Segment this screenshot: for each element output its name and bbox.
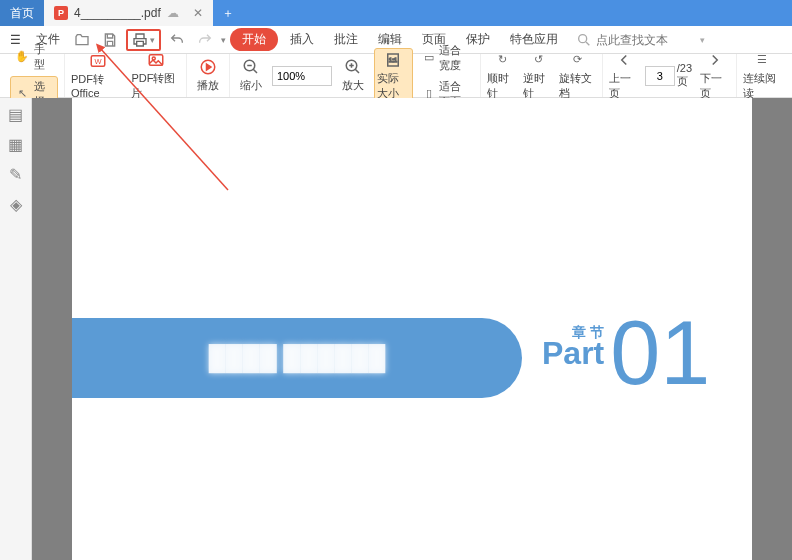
next-icon [706,51,724,69]
dropdown-icon: ▾ [150,35,155,45]
zoom-out-button[interactable]: 缩小 [236,58,266,93]
actual-size-icon: 1:1 [384,51,402,69]
document-canvas[interactable]: ████ ██████ 章 节 Part 01 [32,98,792,560]
continuous-icon: ☰ [753,51,771,69]
save-icon[interactable] [98,29,122,51]
page-total: /23页 [677,62,694,89]
zoom-out-icon [242,58,260,76]
continuous-read-button[interactable]: ☰ 连续阅读 [743,51,782,101]
prev-page-button[interactable]: 上一页 [609,51,639,101]
tab-document-name: 4_________.pdf [74,6,161,20]
hand-tool[interactable]: ✋ 手型 [10,40,58,74]
menu-special[interactable]: 特色应用 [502,31,566,48]
search-input[interactable] [596,33,696,47]
pdf-to-office-button[interactable]: W PDF转Office [71,52,125,99]
svg-point-0 [579,34,587,42]
tab-home[interactable]: 首页 [0,0,44,26]
layers-icon[interactable]: ◈ [6,194,26,214]
undo-icon[interactable] [165,29,189,51]
pdf-page: ████ ██████ 章 节 Part 01 [72,98,752,560]
sidebar: ▤ ▦ ✎ ◈ [0,98,32,560]
page-input[interactable] [645,66,675,86]
part-text: Part [542,335,604,371]
search-icon[interactable] [576,32,592,48]
bookmarks-icon[interactable]: ▦ [6,134,26,154]
svg-text:W: W [95,57,103,66]
zoom-in-button[interactable]: 放大 [338,58,368,93]
open-icon[interactable] [70,29,94,51]
fit-width-button[interactable]: ▭ 适合宽度 [419,41,474,75]
search-wrap: ▾ [576,32,705,48]
zoom-in-icon [344,58,362,76]
rotate-cw-button[interactable]: ↻ 顺时针 [487,51,517,101]
rotate-ccw-icon: ↺ [529,51,547,69]
rotate-doc-icon: ⟳ [568,51,586,69]
pdf-to-image-button[interactable]: PDF转图片 [131,51,180,101]
svg-text:1:1: 1:1 [389,57,398,63]
part-number: 01 [610,308,710,398]
hand-icon: ✋ [14,48,30,66]
actual-size-button[interactable]: 1:1 实际大小 [374,48,413,104]
play-icon [199,58,217,76]
image-icon [147,51,165,69]
rotate-doc-button[interactable]: ⟳ 旋转文档 [559,51,595,101]
next-page-button[interactable]: 下一页 [700,51,730,101]
zoom-input[interactable] [272,66,332,86]
rotate-cw-icon: ↻ [493,51,511,69]
thumbnails-icon[interactable]: ▤ [6,104,26,124]
chapter-text: 章 节 [572,325,604,339]
cloud-icon: ☁ [167,6,179,20]
chapter-banner: ████ ██████ [72,318,522,398]
close-icon[interactable]: ✕ [193,6,203,20]
menu-edit[interactable]: 编辑 [370,31,410,48]
prev-icon [615,51,633,69]
attachments-icon[interactable]: ✎ [6,164,26,184]
menu-annotate[interactable]: 批注 [326,31,366,48]
part-label: 章 节 Part 01 [542,308,710,398]
main-area: ▤ ▦ ✎ ◈ ████ ██████ 章 节 Part 01 [0,98,792,560]
menu-insert[interactable]: 插入 [282,31,322,48]
ribbon-toolbar: ✋ 手型 ↖ 选择 W PDF转Office PDF转图片 [0,54,792,98]
menu-start[interactable]: 开始 [230,28,278,51]
tab-add[interactable]: ＋ [213,0,243,26]
banner-text: ████ ██████ [209,344,386,372]
word-icon: W [89,52,107,70]
tab-bar: 首页 P 4_________.pdf ☁ ✕ ＋ [0,0,792,26]
rotate-ccw-button[interactable]: ↺ 逆时针 [523,51,553,101]
print-button[interactable]: ▾ [126,29,161,51]
pdf-icon: P [54,6,68,20]
fit-width-icon: ▭ [423,49,436,67]
play-button[interactable]: 播放 [193,58,223,93]
redo-icon[interactable] [193,29,217,51]
dropdown-icon[interactable]: ▾ [221,35,226,45]
tab-document[interactable]: P 4_________.pdf ☁ ✕ [44,0,213,26]
dropdown-icon[interactable]: ▾ [700,35,705,45]
